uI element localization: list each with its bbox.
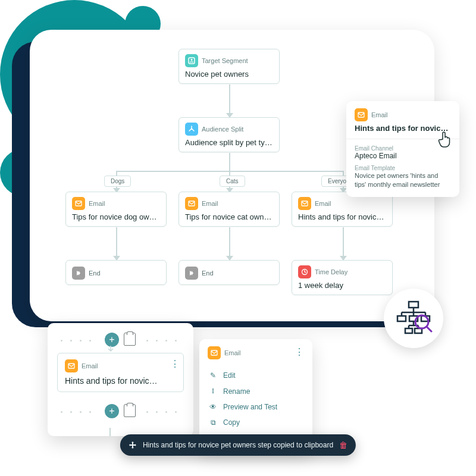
move-icon <box>129 441 137 449</box>
ctx-item-label: Rename <box>223 387 250 396</box>
arrowhead-icon <box>107 346 114 353</box>
editor-snippet: + ⋮ Email Hints and tips for novic… + <box>48 323 193 436</box>
svg-rect-14 <box>68 364 74 368</box>
detail-key-template: Email Template <box>355 165 451 171</box>
connector-line <box>109 428 111 436</box>
node-title: 1 week delay <box>298 281 386 290</box>
ctx-item-edit[interactable]: ✎ Edit <box>208 368 304 383</box>
kebab-menu-button[interactable]: ⋮ <box>295 346 304 358</box>
node-type-label: Email <box>202 200 218 207</box>
add-step-button[interactable]: + <box>105 404 119 418</box>
svg-rect-11 <box>302 201 308 206</box>
copy-icon: ⧉ <box>209 418 217 427</box>
email-icon <box>65 359 78 372</box>
connector-line <box>343 227 344 260</box>
add-step-button[interactable]: + <box>105 333 119 347</box>
detail-key-channel: Email Channel <box>355 145 451 152</box>
node-type-label: Email <box>89 200 105 207</box>
svg-rect-15 <box>211 350 217 355</box>
node-end-cats[interactable]: End <box>178 260 280 285</box>
ctx-item-rename[interactable]: I Rename <box>208 383 304 399</box>
journey-badge <box>384 289 443 348</box>
email-icon <box>185 197 198 210</box>
node-type-label: Target Segment <box>202 57 248 64</box>
editor-node-email[interactable]: ⋮ Email Hints and tips for novic… <box>57 353 184 392</box>
connector-line <box>116 227 117 260</box>
detail-title: Hints and tips for novic… <box>355 124 451 133</box>
ctx-item-label: Edit <box>223 371 236 380</box>
segment-icon <box>185 54 198 67</box>
svg-rect-10 <box>189 201 195 206</box>
branch-label-cats: Cats <box>220 176 245 187</box>
split-icon <box>185 123 198 136</box>
email-icon <box>72 197 85 210</box>
paste-button[interactable] <box>124 333 136 346</box>
svg-point-8 <box>191 59 193 61</box>
node-type-label: End <box>202 270 214 277</box>
ctx-item-label: Copy <box>223 418 240 427</box>
connector-line <box>229 153 230 171</box>
detail-value-template: Novice pet owners 'hints and tips' month… <box>355 171 451 190</box>
svg-line-32 <box>427 327 431 331</box>
branch-label-dogs: Dogs <box>104 176 131 187</box>
paste-button[interactable] <box>124 404 136 417</box>
toast-text: Hints and tips for novice pet owners ste… <box>143 441 333 449</box>
node-type-label: Time Delay <box>315 268 347 275</box>
node-title: Novice pet owners <box>185 70 273 79</box>
node-email-everyone-else[interactable]: Email Hints and tips for novic… <box>292 192 393 227</box>
svg-rect-16 <box>409 302 418 308</box>
node-type-label: Email <box>315 200 331 207</box>
svg-rect-29 <box>405 328 412 333</box>
editor-node-title: Hints and tips for novic… <box>65 376 176 386</box>
node-title: Tips for novice dog ow… <box>72 212 160 221</box>
pointer-cursor-icon <box>438 131 453 149</box>
toast-dismiss-button[interactable]: 🗑 <box>339 440 347 450</box>
svg-rect-9 <box>76 201 82 206</box>
node-end-dogs[interactable]: End <box>65 260 167 285</box>
node-time-delay[interactable]: Time Delay 1 week delay <box>292 260 393 295</box>
email-icon <box>298 197 311 210</box>
clock-icon <box>298 265 311 278</box>
end-icon <box>72 267 85 280</box>
ctx-item-copy[interactable]: ⧉ Copy <box>208 415 304 430</box>
node-title: Audience split by pet ty… <box>185 138 273 147</box>
kebab-menu-button[interactable]: ⋮ <box>170 358 178 369</box>
email-icon <box>208 346 221 359</box>
node-target-segment[interactable]: Target Segment Novice pet owners <box>178 49 280 84</box>
ctx-item-label: Preview and Test <box>223 403 277 411</box>
email-icon <box>355 108 368 121</box>
node-type-label: Email <box>371 111 388 118</box>
ctx-item-preview[interactable]: 👁 Preview and Test <box>208 399 304 415</box>
context-menu: Email ⋮ ✎ Edit I Rename 👁 Preview and Te… <box>199 339 312 450</box>
node-type-label: Audience Split <box>202 126 243 133</box>
connector-line <box>229 84 230 117</box>
end-icon <box>185 267 198 280</box>
node-title: Hints and tips for novic… <box>298 212 386 221</box>
svg-rect-13 <box>358 112 364 117</box>
node-type-label: Email <box>82 362 98 369</box>
node-type-label: End <box>89 270 101 277</box>
edit-icon: ✎ <box>209 371 217 380</box>
node-audience-split[interactable]: Audience Split Audience split by pet ty… <box>178 117 280 152</box>
detail-value-channel: Apteco Email <box>355 152 451 160</box>
node-email-dogs[interactable]: Email Tips for novice dog ow… <box>65 192 167 227</box>
node-title: Tips for novice cat own… <box>185 212 273 221</box>
node-email-cats[interactable]: Email Tips for novice cat own… <box>178 192 280 227</box>
connector-line <box>229 227 230 260</box>
step-detail-card[interactable]: Email Hints and tips for novic… Email Ch… <box>346 101 459 197</box>
eye-icon: 👁 <box>209 403 217 411</box>
rename-icon: I <box>209 387 217 396</box>
clipboard-toast: Hints and tips for novice pet owners ste… <box>120 434 356 456</box>
node-type-label: Email <box>224 349 241 356</box>
svg-rect-22 <box>397 316 406 321</box>
